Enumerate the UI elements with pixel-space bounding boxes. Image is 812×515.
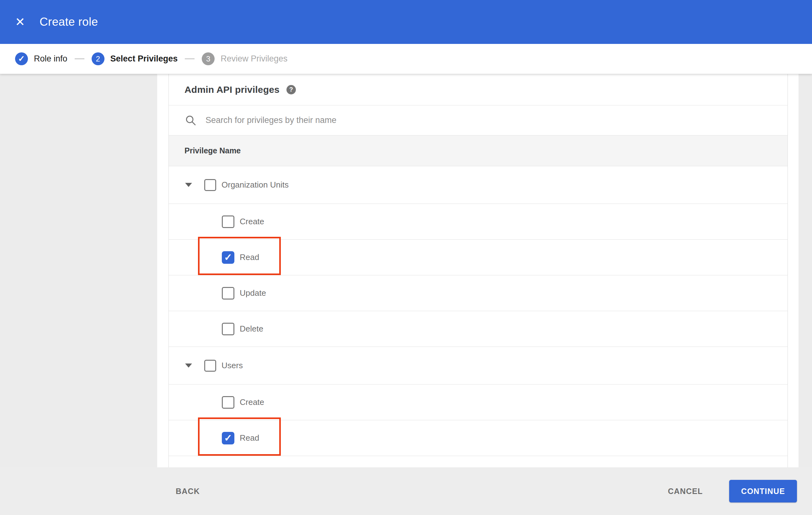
privilege-label: Delete	[240, 324, 263, 334]
checkbox-update[interactable]	[222, 287, 234, 300]
step-complete-icon: ✓	[15, 52, 28, 65]
check-icon: ✓	[18, 54, 25, 64]
checkbox-organization-units[interactable]	[204, 179, 216, 191]
close-icon[interactable]: ✕	[12, 14, 28, 29]
step-label: Review Privileges	[221, 54, 287, 64]
privilege-label: Create	[240, 397, 264, 407]
collapse-arrow-icon[interactable]	[185, 364, 192, 368]
privilege-row-read-users: ✓ Read	[169, 420, 787, 456]
step-connector	[185, 58, 195, 59]
privilege-row-create: Create	[169, 204, 787, 240]
privilege-row-create-users: Create	[169, 385, 787, 420]
content-card: Admin API privileges ? Privilege Name Or…	[157, 74, 799, 467]
check-icon: ✓	[224, 433, 232, 443]
step-number-badge: 3	[202, 52, 214, 65]
step-number-badge: 2	[92, 52, 105, 65]
annotation-highlight-box	[198, 418, 281, 456]
check-icon: ✓	[224, 252, 232, 262]
collapse-arrow-icon[interactable]	[185, 183, 192, 187]
step-label: Role info	[34, 54, 67, 64]
privilege-label: Read	[240, 433, 259, 443]
checkbox-read-checked[interactable]: ✓	[222, 251, 234, 264]
step-select-privileges[interactable]: 2 Select Privileges	[92, 52, 178, 65]
checkbox-create[interactable]	[222, 215, 234, 228]
search-input[interactable]	[205, 115, 645, 125]
column-header-privilege-name: Privilege Name	[184, 146, 241, 155]
privilege-label: Organization Units	[222, 180, 289, 190]
privilege-label: Create	[240, 217, 264, 226]
checkbox-read-users-checked[interactable]: ✓	[222, 432, 234, 445]
step-label: Select Privileges	[111, 54, 178, 64]
section-header: Admin API privileges ?	[169, 74, 787, 105]
step-review-privileges[interactable]: 3 Review Privileges	[202, 52, 287, 65]
checkbox-users[interactable]	[204, 360, 216, 372]
app-bar: ✕ Create role	[0, 0, 812, 44]
help-icon[interactable]: ?	[286, 85, 296, 94]
continue-button[interactable]: CONTINUE	[729, 480, 797, 503]
privilege-label: Update	[240, 288, 266, 298]
section-title: Admin API privileges	[184, 84, 280, 95]
table-row-clipped	[169, 456, 787, 467]
step-role-info[interactable]: ✓ Role info	[15, 52, 67, 65]
cancel-button[interactable]: CANCEL	[668, 487, 703, 496]
page-title: Create role	[39, 16, 98, 29]
privileges-panel: Admin API privileges ? Privilege Name Or…	[169, 74, 788, 467]
back-button[interactable]: BACK	[176, 487, 200, 496]
search-icon	[184, 114, 197, 127]
checkbox-delete[interactable]	[222, 323, 234, 335]
privilege-row-read: ✓ Read	[169, 240, 787, 275]
privilege-label: Read	[240, 252, 259, 262]
wizard-stepper: ✓ Role info 2 Select Privileges 3 Review…	[0, 44, 812, 74]
privilege-row-organization-units: Organization Units	[169, 166, 787, 204]
annotation-highlight-box	[198, 237, 281, 275]
step-connector	[75, 58, 84, 59]
privilege-row-update: Update	[169, 275, 787, 311]
dialog-body: Admin API privileges ? Privilege Name Or…	[0, 74, 812, 467]
search-bar	[169, 105, 787, 135]
privilege-row-delete: Delete	[169, 311, 787, 347]
privilege-label: Users	[222, 361, 243, 370]
checkbox-create-users[interactable]	[222, 396, 234, 409]
dialog-footer: BACK CANCEL CONTINUE	[0, 467, 812, 515]
privilege-row-users: Users	[169, 347, 787, 385]
table-header: Privilege Name	[169, 135, 787, 166]
